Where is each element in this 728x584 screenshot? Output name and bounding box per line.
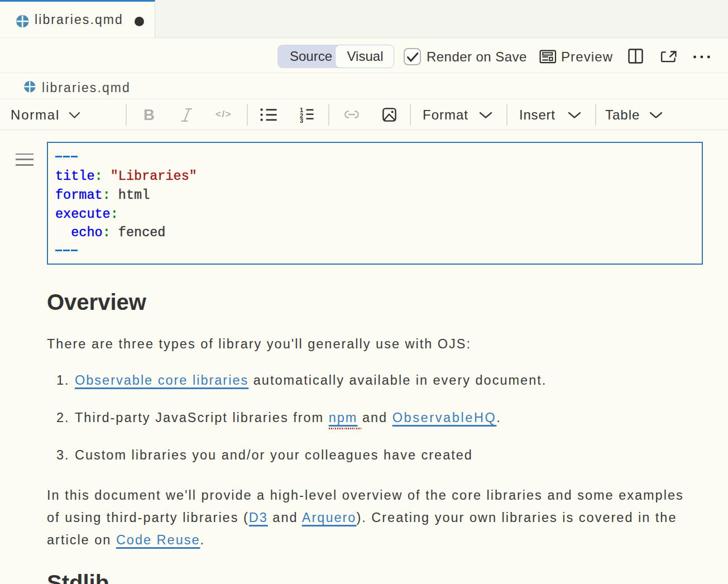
svg-text:3: 3 bbox=[300, 117, 303, 123]
